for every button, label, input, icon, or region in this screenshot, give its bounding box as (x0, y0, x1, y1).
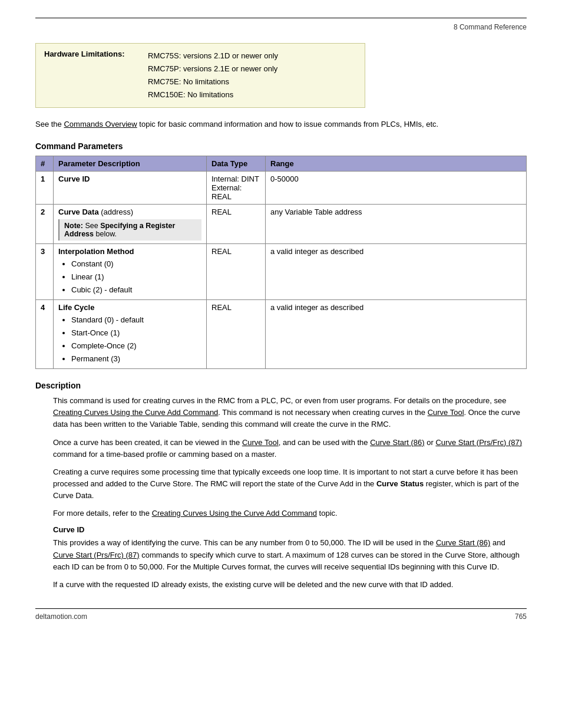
row4-datatype: REAL (207, 299, 266, 368)
description-para-4: For more details, refer to the Creating … (53, 508, 527, 519)
hardware-limitations-box: Hardware Limitations: RMC75S: versions 2… (35, 43, 365, 108)
hw-value-3: RMC75E: No limitations (148, 75, 278, 88)
curve-id-para-1: This provides a way of identifying the c… (53, 537, 527, 572)
row1-param: Curve ID (54, 171, 207, 204)
table-row: 4 Life Cycle Standard (0) - default Star… (36, 299, 527, 368)
curve-start-86-link-2[interactable]: Curve Start (86) (436, 538, 490, 547)
hw-value-1: RMC75S: versions 2.1D or newer only (148, 50, 278, 62)
row1-datatype: Internal: DINTExternal: REAL (207, 171, 266, 204)
footer-rule (35, 608, 527, 609)
command-parameters-heading: Command Parameters (35, 141, 527, 151)
description-heading: Description (35, 381, 527, 390)
header-rule (35, 18, 527, 18)
col-header-num: # (36, 156, 54, 171)
row2-datatype: REAL (207, 204, 266, 243)
row3-datatype: REAL (207, 243, 266, 299)
header-title: 8 Command Reference (454, 23, 527, 31)
table-row: 2 Curve Data (address) Note: See Specify… (36, 204, 527, 243)
table-row: 3 Interpolation Method Constant (0) Line… (36, 243, 527, 299)
curve-tool-link-1[interactable]: Curve Tool (428, 408, 464, 417)
hw-value-4: RMC150E: No limitations (148, 88, 278, 101)
curve-start-87-link-2[interactable]: Curve Start (Prs/Frc) (87) (53, 551, 140, 559)
list-item: Constant (0) (71, 258, 201, 271)
hw-values: RMC75S: versions 2.1D or newer only RMC7… (148, 50, 278, 101)
hw-label: Hardware Limitations: (44, 50, 138, 101)
list-item: Permanent (3) (71, 353, 201, 365)
row3-param: Interpolation Method Constant (0) Linear… (54, 243, 207, 299)
row1-range: 0-50000 (266, 171, 527, 204)
command-parameters-table: # Parameter Description Data Type Range … (35, 156, 527, 370)
row2-num: 2 (36, 204, 54, 243)
list-item: Standard (0) - default (71, 314, 201, 327)
curve-id-subheading: Curve ID (53, 525, 527, 534)
creating-curves-link-2[interactable]: Creating Curves Using the Curve Add Comm… (152, 509, 317, 518)
description-para-3: Creating a curve requires some processin… (53, 466, 527, 502)
table-row: 1 Curve ID Internal: DINTExternal: REAL … (36, 171, 527, 204)
lifecycle-list: Standard (0) - default Start-Once (1) Co… (58, 314, 201, 365)
row4-param: Life Cycle Standard (0) - default Start-… (54, 299, 207, 368)
hw-value-2: RMC75P: versions 2.1E or newer only (148, 62, 278, 75)
list-item: Cubic (2) - default (71, 284, 201, 297)
row4-range: a valid integer as described (266, 299, 527, 368)
row2-param: Curve Data (address) Note: See Specifyin… (54, 204, 207, 243)
interpolation-list: Constant (0) Linear (1) Cubic (2) - defa… (58, 258, 201, 297)
description-para-1: This command is used for creating curves… (53, 395, 527, 430)
col-header-range: Range (266, 156, 527, 171)
footer-website: deltamotion.com (35, 612, 87, 621)
curve-tool-link-2[interactable]: Curve Tool (242, 438, 279, 447)
note-box: Note: See Specifying a Register Address … (58, 219, 201, 241)
curve-id-para-2: If a curve with the requested ID already… (53, 579, 527, 591)
list-item: Linear (1) (71, 271, 201, 284)
col-header-param: Parameter Description (54, 156, 207, 171)
row3-num: 3 (36, 243, 54, 299)
row4-num: 4 (36, 299, 54, 368)
curve-start-87-link[interactable]: Curve Start (Prs/Frc) (87) (435, 438, 522, 447)
list-item: Start-Once (1) (71, 327, 201, 340)
footer: deltamotion.com 765 (35, 612, 527, 621)
list-item: Complete-Once (2) (71, 340, 201, 353)
commands-overview-link[interactable]: Commands Overview (64, 120, 137, 129)
curve-start-86-link[interactable]: Curve Start (86) (370, 438, 424, 447)
header-line: 8 Command Reference (35, 23, 527, 31)
col-header-datatype: Data Type (207, 156, 266, 171)
page: 8 Command Reference Hardware Limitations… (0, 0, 562, 728)
row2-range: any Variable Table address (266, 204, 527, 243)
description-section: Description This command is used for cre… (35, 381, 527, 591)
intro-text: See the Commands Overview topic for basi… (35, 118, 527, 130)
description-para-2: Once a curve has been created, it can be… (53, 437, 527, 460)
creating-curves-link-1[interactable]: Creating Curves Using the Curve Add Comm… (53, 408, 218, 417)
row1-num: 1 (36, 171, 54, 204)
row3-range: a valid integer as described (266, 243, 527, 299)
footer-page-number: 765 (515, 612, 527, 621)
